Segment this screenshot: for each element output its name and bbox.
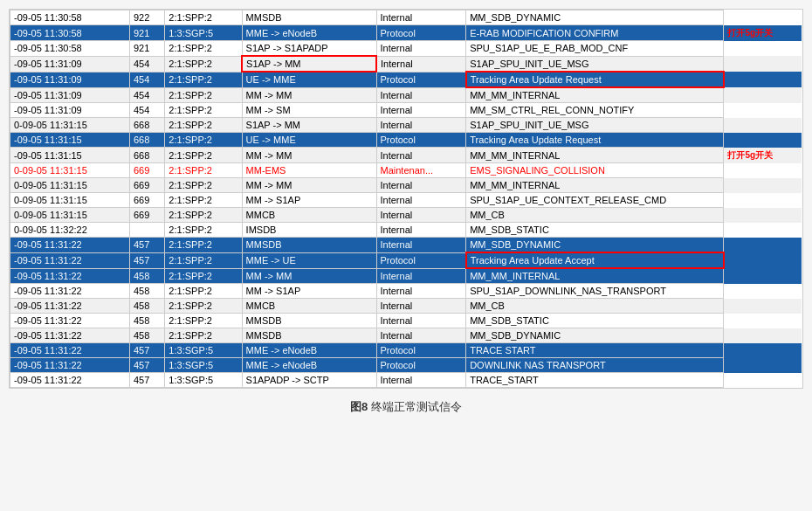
- annotation-cell: [724, 328, 802, 343]
- message-cell: MM_SM_CTRL_REL_CONN_NOTIFY: [466, 103, 724, 118]
- srcdst-cell: MMSDB: [242, 238, 376, 253]
- table-row[interactable]: -09-05 11:31:094542:1:SPP:2S1AP -> MMInt…: [10, 56, 802, 72]
- message-cell: Tracking Area Update Accept: [466, 252, 724, 268]
- annotation-cell: [724, 133, 802, 148]
- node-cell: 2:1:SPP:2: [165, 223, 242, 238]
- type-cell: Internal: [376, 223, 466, 238]
- table-row[interactable]: -09-05 11:31:224572:1:SPP:2MMSDBInternal…: [10, 238, 802, 253]
- table-row[interactable]: -09-05 11:31:224571:3:SGP:5MME -> eNodeB…: [10, 358, 802, 373]
- time-cell: 0-09-05 11:31:15: [10, 163, 130, 178]
- table-row[interactable]: -09-05 11:31:224571:3:SGP:5MME -> eNodeB…: [10, 343, 802, 358]
- node-cell: 2:1:SPP:2: [165, 238, 242, 253]
- table-row[interactable]: -09-05 11:31:094542:1:SPP:2MM -> SMInter…: [10, 103, 802, 118]
- table-row[interactable]: 0-09-05 11:31:156692:1:SPP:2MMCBInternal…: [10, 208, 802, 223]
- message-cell: EMS_SIGNALING_COLLISION: [466, 163, 724, 178]
- node-cell: 1:3:SGP:5: [165, 343, 242, 358]
- num-cell: 668: [129, 133, 164, 148]
- table-row[interactable]: -09-05 11:31:224582:1:SPP:2MM -> MMInter…: [10, 268, 802, 284]
- time-cell: -09-05 11:31:09: [10, 87, 130, 103]
- time-cell: -09-05 11:31:22: [10, 268, 130, 284]
- table-row[interactable]: 0-09-05 11:31:156692:1:SPP:2MM -> S1APIn…: [10, 193, 802, 208]
- type-cell: Internal: [376, 41, 466, 57]
- num-cell: 454: [129, 72, 164, 87]
- num-cell: 458: [129, 268, 164, 284]
- table-row[interactable]: -09-05 11:31:224582:1:SPP:2MMSDBInternal…: [10, 314, 802, 328]
- num-cell: 457: [129, 238, 164, 253]
- table-row[interactable]: -09-05 11:30:589212:1:SPP:2S1AP -> S1APA…: [10, 41, 802, 57]
- type-cell: Internal: [376, 299, 466, 314]
- time-cell: 0-09-05 11:31:15: [10, 118, 130, 133]
- message-cell: TRACE_START: [466, 373, 724, 388]
- time-cell: 0-09-05 11:31:15: [10, 178, 130, 193]
- table-row[interactable]: -09-05 11:31:094542:1:SPP:2UE -> MMEProt…: [10, 72, 802, 87]
- message-cell: MM_SDB_DYNAMIC: [466, 328, 724, 343]
- type-cell: Protocol: [376, 25, 466, 41]
- srcdst-cell: UE -> MME: [242, 72, 376, 87]
- srcdst-cell: MM -> MM: [242, 178, 376, 193]
- message-cell: MM_MM_INTERNAL: [466, 178, 724, 193]
- table-row[interactable]: -09-05 11:31:156682:1:SPP:2MM -> MMInter…: [10, 148, 802, 163]
- num-cell: [129, 223, 164, 238]
- annotation-cell: [724, 41, 802, 57]
- srcdst-cell: MME -> eNodeB: [242, 358, 376, 373]
- annotation-cell: [724, 223, 802, 238]
- num-cell: 668: [129, 148, 164, 163]
- node-cell: 2:1:SPP:2: [165, 328, 242, 343]
- figure-caption: 图8 终端正常测试信令: [350, 399, 462, 415]
- num-cell: 454: [129, 103, 164, 118]
- node-cell: 2:1:SPP:2: [165, 252, 242, 268]
- srcdst-cell: MM-EMS: [242, 163, 376, 178]
- node-cell: 2:1:SPP:2: [165, 10, 242, 25]
- message-cell: SPU_S1AP_UE_E_RAB_MOD_CNF: [466, 41, 724, 57]
- table-row[interactable]: 0-09-05 11:31:156692:1:SPP:2MM-EMSMainte…: [10, 163, 802, 178]
- message-cell: DOWNLINK NAS TRANSPORT: [466, 358, 724, 373]
- annotation-cell: [724, 118, 802, 133]
- table-row[interactable]: -09-05 11:31:224571:3:SGP:5S1APADP -> SC…: [10, 373, 802, 388]
- node-cell: 2:1:SPP:2: [165, 118, 242, 133]
- table-row[interactable]: -09-05 11:30:589211:3:SGP:5MME -> eNodeB…: [10, 25, 802, 41]
- srcdst-cell: MMSDB: [242, 328, 376, 343]
- figure-number: 图8: [350, 400, 371, 413]
- srcdst-cell: MM -> MM: [242, 268, 376, 284]
- message-cell: MM_SDB_STATIC: [466, 314, 724, 328]
- message-cell: S1AP_SPU_INIT_UE_MSG: [466, 118, 724, 133]
- table-row[interactable]: 0-09-05 11:31:156682:1:SPP:2S1AP -> MMIn…: [10, 118, 802, 133]
- message-cell: MM_MM_INTERNAL: [466, 148, 724, 163]
- table-row[interactable]: -09-05 11:31:094542:1:SPP:2MM -> MMInter…: [10, 87, 802, 103]
- table-row[interactable]: -09-05 11:31:224582:1:SPP:2MM -> S1APInt…: [10, 284, 802, 299]
- annotation-cell: [724, 72, 802, 87]
- table-row[interactable]: -09-05 11:31:224582:1:SPP:2MMSDBInternal…: [10, 328, 802, 343]
- time-cell: -09-05 11:30:58: [10, 25, 130, 41]
- srcdst-cell: MMCB: [242, 299, 376, 314]
- message-cell: S1AP_SPU_INIT_UE_MSG: [466, 56, 724, 72]
- table-row[interactable]: -09-05 11:31:156682:1:SPP:2UE -> MMEProt…: [10, 133, 802, 148]
- annotation-cell: [724, 56, 802, 72]
- srcdst-cell: MMCB: [242, 208, 376, 223]
- srcdst-cell: MM -> S1AP: [242, 193, 376, 208]
- annotation-cell: [724, 343, 802, 358]
- message-cell: MM_SDB_DYNAMIC: [466, 238, 724, 253]
- srcdst-cell: MME -> eNodeB: [242, 25, 376, 41]
- type-cell: Internal: [376, 284, 466, 299]
- num-cell: 921: [129, 25, 164, 41]
- table-row[interactable]: 0-09-05 11:31:156692:1:SPP:2MM -> MMInte…: [10, 178, 802, 193]
- type-cell: Internal: [376, 56, 466, 72]
- time-cell: -09-05 11:31:22: [10, 299, 130, 314]
- srcdst-cell: MM -> SM: [242, 103, 376, 118]
- table-row[interactable]: 0-09-05 11:32:222:1:SPP:2IMSDBInternalMM…: [10, 223, 802, 238]
- table-row[interactable]: -09-05 11:30:589222:1:SPP:2MMSDBInternal…: [10, 10, 802, 25]
- node-cell: 2:1:SPP:2: [165, 72, 242, 87]
- table-row[interactable]: -09-05 11:31:224572:1:SPP:2MME -> UEProt…: [10, 252, 802, 268]
- annotation-cell: [724, 268, 802, 284]
- num-cell: 669: [129, 208, 164, 223]
- srcdst-cell: MMSDB: [242, 314, 376, 328]
- type-cell: Protocol: [376, 252, 466, 268]
- annotation-cell: [724, 193, 802, 208]
- num-cell: 457: [129, 252, 164, 268]
- table-row[interactable]: -09-05 11:31:224582:1:SPP:2MMCBInternalM…: [10, 299, 802, 314]
- type-cell: Internal: [376, 148, 466, 163]
- num-cell: 457: [129, 358, 164, 373]
- time-cell: 0-09-05 11:31:15: [10, 208, 130, 223]
- time-cell: -09-05 11:30:58: [10, 10, 130, 25]
- srcdst-cell: MMSDB: [242, 10, 376, 25]
